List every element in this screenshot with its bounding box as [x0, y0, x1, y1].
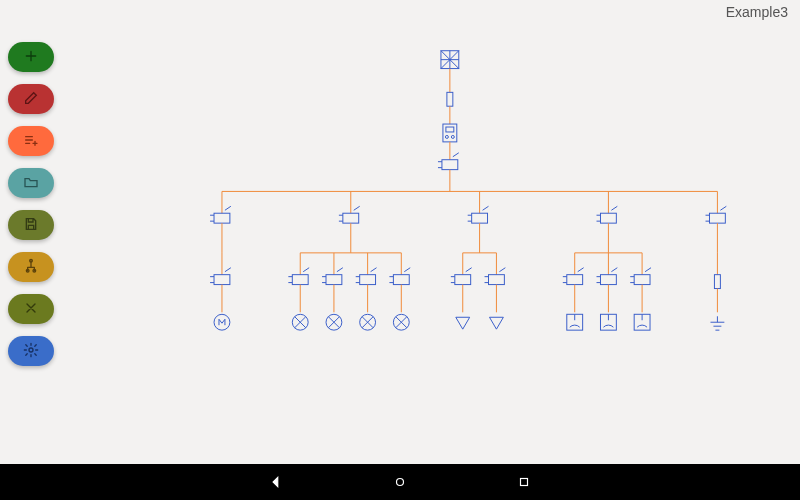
- folder-icon: [23, 174, 39, 193]
- socket-symbol[interactable]: [567, 314, 583, 330]
- nav-overview-button[interactable]: [517, 475, 531, 489]
- arrow-symbol[interactable]: [490, 317, 504, 329]
- svg-rect-22: [360, 275, 376, 285]
- breaker-symbol[interactable]: [485, 268, 506, 285]
- breaker-symbol[interactable]: [468, 206, 489, 223]
- nav-home-button[interactable]: [393, 475, 407, 489]
- arrow-symbol[interactable]: [456, 317, 470, 329]
- breaker-symbol[interactable]: [451, 268, 472, 285]
- svg-rect-9: [446, 127, 454, 132]
- tools-button[interactable]: [8, 294, 54, 324]
- lamp-symbol[interactable]: [292, 314, 308, 330]
- svg-point-7: [445, 135, 448, 138]
- svg-point-3: [29, 348, 33, 352]
- svg-rect-28: [567, 275, 583, 285]
- add-button[interactable]: [8, 42, 54, 72]
- breaker-symbol[interactable]: [706, 206, 727, 223]
- hierarchy-button[interactable]: [8, 252, 54, 282]
- breaker-symbol[interactable]: [563, 268, 584, 285]
- svg-rect-31: [600, 275, 616, 285]
- breaker-symbol[interactable]: [597, 206, 618, 223]
- toolbar: [8, 42, 54, 366]
- breaker-symbol[interactable]: [339, 206, 360, 223]
- lamp-symbol[interactable]: [326, 314, 342, 330]
- svg-point-8: [451, 135, 454, 138]
- svg-rect-26: [455, 275, 471, 285]
- tools-icon: [23, 300, 39, 319]
- svg-rect-13: [472, 213, 488, 223]
- svg-rect-20: [326, 275, 342, 285]
- nav-back-button[interactable]: [269, 475, 283, 489]
- motor-symbol[interactable]: [214, 314, 230, 330]
- hierarchy-icon: [23, 258, 39, 277]
- svg-rect-43: [521, 479, 528, 486]
- svg-rect-37: [714, 275, 720, 289]
- socket-symbol[interactable]: [634, 314, 650, 330]
- edit-button[interactable]: [8, 84, 54, 114]
- svg-rect-11: [214, 213, 230, 223]
- source-symbol[interactable]: [441, 51, 459, 69]
- socket-symbol[interactable]: [600, 314, 616, 330]
- diagram-canvas[interactable]: [70, 20, 800, 456]
- breaker-symbol[interactable]: [356, 268, 377, 285]
- breaker-symbol[interactable]: [597, 268, 618, 285]
- svg-rect-5: [447, 92, 453, 106]
- breaker-symbol[interactable]: [630, 268, 651, 285]
- lamp-symbol[interactable]: [393, 314, 409, 330]
- svg-rect-34: [634, 275, 650, 285]
- fuse-symbol[interactable]: [447, 92, 453, 106]
- svg-rect-24: [393, 275, 409, 285]
- svg-rect-12: [343, 213, 359, 223]
- breaker-symbol[interactable]: [288, 268, 309, 285]
- settings-button[interactable]: [8, 336, 54, 366]
- breaker-symbol[interactable]: [322, 268, 343, 285]
- edit-icon: [23, 90, 39, 109]
- save-icon: [23, 216, 39, 235]
- save-button[interactable]: [8, 210, 54, 240]
- meter-symbol[interactable]: [443, 124, 457, 142]
- breaker-symbol[interactable]: [210, 206, 231, 223]
- list-add-button[interactable]: [8, 126, 54, 156]
- android-nav-bar: [0, 464, 800, 500]
- breaker-symbol[interactable]: [389, 268, 410, 285]
- svg-rect-10: [442, 160, 458, 170]
- svg-rect-18: [292, 275, 308, 285]
- svg-point-17: [214, 314, 230, 330]
- breaker-symbol[interactable]: [210, 268, 231, 285]
- gear-icon: [23, 342, 39, 361]
- page-title: Example3: [726, 4, 788, 20]
- svg-rect-16: [214, 275, 230, 285]
- open-button[interactable]: [8, 168, 54, 198]
- ground-symbol[interactable]: [710, 316, 724, 330]
- svg-rect-14: [600, 213, 616, 223]
- fuse-symbol[interactable]: [714, 275, 720, 289]
- breaker-symbol[interactable]: [438, 153, 459, 170]
- lamp-symbol[interactable]: [360, 314, 376, 330]
- list-add-icon: [23, 132, 39, 151]
- svg-rect-15: [709, 213, 725, 223]
- svg-point-42: [397, 479, 404, 486]
- svg-rect-27: [489, 275, 505, 285]
- plus-icon: [23, 48, 39, 67]
